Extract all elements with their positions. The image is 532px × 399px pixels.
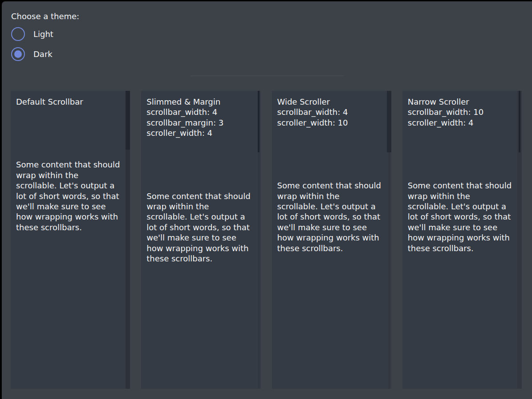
scroll-panel-narrow-scroller[interactable]: Narrow Scrollerscrollbar_width: 10scroll… <box>402 91 522 389</box>
scroll-panel-wide-scroller[interactable]: Wide Scrollerscrollbar_width: 4scroller_… <box>272 91 391 389</box>
scrollbar-thumb[interactable] <box>519 91 520 152</box>
radio-dark-icon[interactable] <box>11 47 25 61</box>
panel-title: Wide Scrollerscrollbar_width: 4scroller_… <box>277 97 386 128</box>
panel-title: Default Scrollbar <box>16 97 125 107</box>
panel-title-line: scrollbar_margin: 3 <box>146 118 255 128</box>
panel-title: Narrow Scrollerscrollbar_width: 10scroll… <box>408 97 516 128</box>
scrollbar-thumb[interactable] <box>387 91 391 152</box>
panel-title-line: scroller_width: 4 <box>408 118 516 128</box>
scrollbar-thumb[interactable] <box>258 91 260 152</box>
panel-title-line: Narrow Scroller <box>408 97 516 107</box>
panel-title: Slimmed & Marginscrollbar_width: 4scroll… <box>146 97 255 138</box>
radio-light-icon[interactable] <box>11 27 25 41</box>
panel-title-line: scroller_width: 4 <box>146 128 255 138</box>
panel-title-line: scrollbar_width: 4 <box>146 107 255 117</box>
panel-body-text: Some content that should wrap within the… <box>16 159 120 232</box>
radio-option-dark[interactable]: Dark <box>11 47 79 61</box>
panel-title-line: Slimmed & Margin <box>146 97 255 107</box>
panel-title-line: scroller_width: 10 <box>277 118 386 128</box>
scroll-panel-default-scrollbar[interactable]: Default Scrollbar Some content that shou… <box>11 91 130 389</box>
scroll-panel-slimmed-margin[interactable]: Slimmed & Marginscrollbar_width: 4scroll… <box>141 91 260 389</box>
panel-title-line: Default Scrollbar <box>16 97 125 107</box>
scrollbar-thumb[interactable] <box>126 91 130 150</box>
panel-body-text: Some content that should wrap within the… <box>277 180 382 253</box>
radio-option-light[interactable]: Light <box>11 27 79 41</box>
theme-chooser: Choose a theme: Light Dark <box>11 11 79 67</box>
panel-body-text: Some content that should wrap within the… <box>146 191 251 264</box>
horizontal-divider <box>190 76 343 76</box>
panel-title-line: Wide Scroller <box>277 97 386 107</box>
panel-title-line: scrollbar_width: 4 <box>277 107 386 117</box>
theme-chooser-label: Choose a theme: <box>11 11 79 21</box>
radio-light-label: Light <box>33 29 53 39</box>
panel-title-line: scrollbar_width: 10 <box>408 107 516 117</box>
panel-body-text: Some content that should wrap within the… <box>408 180 512 253</box>
app-window: Choose a theme: Light Dark Default Scrol… <box>2 1 532 399</box>
radio-dark-label: Dark <box>33 49 53 59</box>
scroll-demo-panels: Default Scrollbar Some content that shou… <box>11 91 522 389</box>
